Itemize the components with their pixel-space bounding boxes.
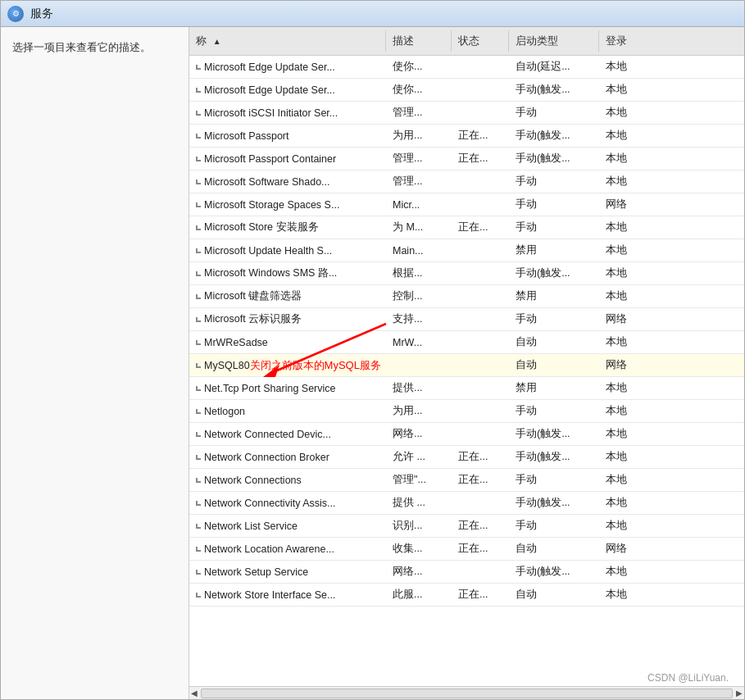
service-name: Network Setup Service bbox=[189, 564, 386, 580]
service-desc: 提供 ... bbox=[386, 493, 452, 512]
service-status bbox=[452, 180, 509, 184]
service-startup: 手动 bbox=[509, 402, 599, 420]
service-status bbox=[452, 570, 509, 575]
service-status: 正在... bbox=[452, 539, 509, 558]
service-desc: 允许 ... bbox=[386, 448, 452, 466]
title-bar: ⚙ 服务 bbox=[1, 1, 744, 27]
service-name: Microsoft 键盘筛选器 bbox=[189, 287, 386, 306]
table-row[interactable]: Network Connection Broker允许 ...正在...手动(触… bbox=[189, 446, 744, 469]
table-row[interactable]: Microsoft Passport Container管理...正在...手动… bbox=[189, 148, 744, 170]
service-status bbox=[452, 111, 509, 116]
table-row[interactable]: Microsoft Store 安装服务为 M...正在...手动本地 bbox=[189, 216, 744, 239]
horizontal-scrollbar[interactable]: ◀ ▶ bbox=[189, 686, 744, 699]
services-window: ⚙ 服务 选择一项目来查看它的描述。 称 ▲ 描述 状态 启动类型 登录 bbox=[0, 0, 745, 700]
service-login: 本地 bbox=[599, 241, 648, 260]
service-name: Microsoft Edge Update Ser... bbox=[189, 82, 386, 98]
table-row[interactable]: Microsoft Update Health S...Main...禁用本地 bbox=[189, 239, 744, 262]
service-desc: 使你... bbox=[386, 80, 452, 99]
service-desc: 收集... bbox=[386, 539, 452, 558]
service-startup: 手动(触发... bbox=[509, 264, 599, 283]
table-row[interactable]: Microsoft Passport为用...正在...手动(触发...本地 bbox=[189, 125, 744, 148]
table-row[interactable]: Microsoft Windows SMS 路...根据...手动(触发...本… bbox=[189, 262, 744, 285]
service-status bbox=[452, 65, 509, 70]
service-login: 本地 bbox=[599, 103, 648, 122]
table-row[interactable]: Network List Service识别...正在...手动本地 bbox=[189, 515, 744, 538]
table-row[interactable]: Network Store Interface Se...此服...正在...自… bbox=[189, 584, 744, 607]
table-body[interactable]: Microsoft Edge Update Ser...使你...自动(延迟..… bbox=[189, 56, 744, 686]
service-login: 本地 bbox=[599, 493, 648, 512]
service-desc: 此服... bbox=[386, 585, 452, 604]
service-login: 本地 bbox=[599, 448, 648, 466]
service-startup: 自动 bbox=[509, 356, 599, 375]
service-desc: 根据... bbox=[386, 264, 452, 283]
service-startup: 手动(触发... bbox=[509, 80, 599, 99]
service-desc: Micr... bbox=[386, 197, 452, 213]
service-status: 正在... bbox=[452, 516, 509, 535]
table-row[interactable]: Network Connectivity Assis...提供 ...手动(触发… bbox=[189, 492, 744, 515]
service-startup: 手动 bbox=[509, 172, 599, 191]
col-status[interactable]: 状态 bbox=[452, 30, 509, 52]
table-row[interactable]: Microsoft 云标识服务支持...手动网络 bbox=[189, 308, 744, 331]
service-login: 网络 bbox=[599, 310, 648, 329]
service-status bbox=[452, 202, 509, 207]
service-name: Network Connection Broker bbox=[189, 449, 386, 466]
table-row[interactable]: Microsoft iSCSI Initiator Ser...管理...手动本… bbox=[189, 102, 744, 125]
service-desc: 管理... bbox=[386, 172, 452, 191]
service-name: Network Store Interface Se... bbox=[189, 587, 386, 603]
col-desc[interactable]: 描述 bbox=[386, 30, 452, 52]
table-row[interactable]: MrWReSadseMrW...自动本地 bbox=[189, 331, 744, 354]
service-startup: 手动 bbox=[509, 516, 599, 535]
col-name[interactable]: 称 ▲ bbox=[189, 30, 386, 52]
service-login: 本地 bbox=[599, 80, 648, 99]
table-row[interactable]: Network Location Awarene...收集...正在...自动网… bbox=[189, 538, 744, 561]
service-login: 网络 bbox=[599, 539, 648, 558]
service-desc: 为用... bbox=[386, 126, 452, 145]
service-desc: 提供... bbox=[386, 379, 452, 398]
service-desc: 控制... bbox=[386, 287, 452, 306]
service-desc: 网络... bbox=[386, 425, 452, 443]
service-startup: 自动(延迟... bbox=[509, 57, 599, 76]
table-row[interactable]: Microsoft Storage Spaces S...Micr...手动网络 bbox=[189, 193, 744, 216]
service-status bbox=[452, 501, 509, 506]
service-desc: 网络... bbox=[386, 562, 452, 581]
service-login: 网络 bbox=[599, 356, 648, 375]
service-startup: 自动 bbox=[509, 333, 599, 352]
service-name: MrWReSadse bbox=[189, 334, 386, 351]
service-desc: 为 M... bbox=[386, 218, 452, 237]
service-name: Net.Tcp Port Sharing Service bbox=[189, 380, 386, 397]
table-row[interactable]: Net.Tcp Port Sharing Service提供...禁用本地 bbox=[189, 377, 744, 400]
h-scroll-track[interactable] bbox=[201, 689, 733, 698]
service-status bbox=[452, 432, 509, 437]
service-status bbox=[452, 294, 509, 299]
service-status bbox=[452, 271, 509, 276]
col-startup[interactable]: 启动类型 bbox=[509, 30, 599, 52]
service-startup: 手动(触发... bbox=[509, 493, 599, 512]
service-startup: 手动 bbox=[509, 470, 599, 489]
table-row[interactable]: Network Connected Devic...网络...手动(触发...本… bbox=[189, 423, 744, 446]
main-content: 选择一项目来查看它的描述。 称 ▲ 描述 状态 启动类型 登录 Microsof… bbox=[1, 27, 744, 699]
service-startup: 自动 bbox=[509, 585, 599, 604]
service-desc: 支持... bbox=[386, 310, 452, 329]
table-row[interactable]: Microsoft Edge Update Ser...使你...自动(延迟..… bbox=[189, 56, 744, 79]
service-status bbox=[452, 88, 509, 93]
service-startup: 手动(触发... bbox=[509, 149, 599, 168]
table-row[interactable]: Network Setup Service网络...手动(触发...本地 bbox=[189, 561, 744, 584]
service-desc: 管理... bbox=[386, 149, 452, 168]
service-name: Microsoft Windows SMS 路... bbox=[189, 264, 386, 283]
table-row[interactable]: Microsoft Software Shado...管理...手动本地 bbox=[189, 170, 744, 193]
table-row[interactable]: Network Connections管理"...正在...手动本地 bbox=[189, 469, 744, 492]
service-startup: 手动 bbox=[509, 195, 599, 214]
table-row[interactable]: Microsoft Edge Update Ser...使你...手动(触发..… bbox=[189, 79, 744, 102]
service-status bbox=[452, 340, 509, 345]
table-row[interactable]: MySQL80 关闭之前版本的MySQL服务自动网络 bbox=[189, 354, 744, 377]
service-login: 本地 bbox=[599, 287, 648, 306]
service-login: 本地 bbox=[599, 57, 648, 76]
table-row[interactable]: Microsoft 键盘筛选器控制...禁用本地 bbox=[189, 285, 744, 308]
service-status bbox=[452, 386, 509, 391]
service-desc: 管理"... bbox=[386, 470, 452, 489]
table-row[interactable]: Netlogon为用...手动本地 bbox=[189, 400, 744, 423]
service-login: 本地 bbox=[599, 562, 648, 581]
service-name: Microsoft Storage Spaces S... bbox=[189, 197, 386, 213]
service-name: Microsoft Store 安装服务 bbox=[189, 218, 386, 237]
col-login[interactable]: 登录 bbox=[599, 30, 648, 52]
